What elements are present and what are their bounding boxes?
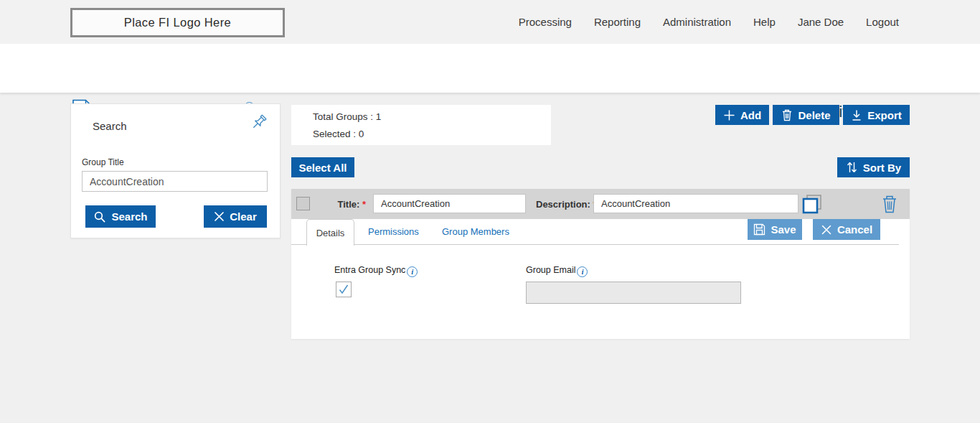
tab-permissions[interactable]: Permissions xyxy=(368,226,419,237)
tab-strip: Details Permissions Group Members Save C… xyxy=(291,219,899,245)
nav-logout[interactable]: Logout xyxy=(866,16,899,28)
select-all-label: Select All xyxy=(299,162,347,174)
pin-icon[interactable] xyxy=(249,113,268,135)
export-button-label: Export xyxy=(867,109,902,121)
select-all-button[interactable]: Select All xyxy=(291,157,354,177)
description-label: Description: * xyxy=(536,199,597,210)
tab-group-members[interactable]: Group Members xyxy=(442,226,509,237)
description-label-text: Description: xyxy=(536,199,590,210)
title-input[interactable] xyxy=(373,194,526,213)
add-button[interactable]: Add xyxy=(715,105,769,125)
export-button[interactable]: Export xyxy=(843,105,910,125)
tab-details[interactable]: Details xyxy=(306,219,354,246)
trash-icon xyxy=(781,108,793,121)
tab-details-label: Details xyxy=(316,228,345,238)
fi-logo-text: Place FI Logo Here xyxy=(124,16,231,29)
add-button-label: Add xyxy=(740,109,761,121)
top-navigation: Processing Reporting Administration Help… xyxy=(519,0,899,44)
fi-logo-placeholder: Place FI Logo Here xyxy=(70,8,285,37)
group-email-label: Group Emaili xyxy=(526,265,588,277)
entra-group-sync-label-text: Entra Group Sync xyxy=(334,265,405,275)
total-groups-text: Total Groups : 1 xyxy=(313,111,551,122)
copy-icon[interactable] xyxy=(801,192,824,218)
save-button[interactable]: Save xyxy=(748,219,802,240)
groups-summary: Total Groups : 1 Selected : 0 xyxy=(291,105,551,145)
clear-button-label: Clear xyxy=(230,210,257,223)
selected-count-text: Selected : 0 xyxy=(313,129,551,139)
group-editor-panel: Title: * Description: * Details Permissi… xyxy=(291,189,910,339)
download-icon xyxy=(851,109,862,121)
delete-button-label: Delete xyxy=(798,109,830,121)
sort-by-label: Sort By xyxy=(863,162,901,174)
entra-group-sync-checkbox[interactable] xyxy=(336,282,352,297)
group-row-checkbox[interactable] xyxy=(296,197,310,210)
search-panel-title: Search xyxy=(93,120,127,132)
page-header: Group Maintenance i Kinective Sign xyxy=(0,44,980,93)
sort-by-button[interactable]: Sort By xyxy=(837,157,910,177)
save-floppy-icon xyxy=(753,223,765,236)
checkmark-icon xyxy=(338,284,349,295)
group-title-input[interactable] xyxy=(82,171,268,192)
nav-reporting[interactable]: Reporting xyxy=(594,16,641,28)
title-label-text: Title: xyxy=(337,199,359,210)
row-trash-icon[interactable] xyxy=(881,194,898,217)
search-panel: Search Group Title Search Clear xyxy=(70,103,281,238)
plus-icon xyxy=(723,109,735,121)
entra-group-sync-label: Entra Group Synci xyxy=(334,265,418,277)
title-required-marker: * xyxy=(362,199,366,210)
top-bar: Place FI Logo Here Processing Reporting … xyxy=(0,0,980,44)
group-email-label-text: Group Email xyxy=(526,265,575,275)
entra-group-sync-info-icon[interactable]: i xyxy=(407,266,418,277)
save-button-label: Save xyxy=(771,223,796,236)
nav-administration[interactable]: Administration xyxy=(663,16,731,28)
search-button[interactable]: Search xyxy=(85,205,156,228)
nav-processing[interactable]: Processing xyxy=(519,16,572,28)
nav-user-jane-doe[interactable]: Jane Doe xyxy=(798,16,844,28)
group-title-label: Group Title xyxy=(82,157,124,167)
group-email-input xyxy=(526,282,741,304)
clear-button[interactable]: Clear xyxy=(204,205,267,228)
cancel-button[interactable]: Cancel xyxy=(813,219,880,240)
clear-x-icon xyxy=(214,211,225,222)
cancel-x-icon xyxy=(821,224,832,236)
description-input[interactable] xyxy=(593,194,798,213)
sort-arrows-icon xyxy=(846,161,858,174)
search-icon xyxy=(93,210,106,223)
group-row: Title: * Description: * xyxy=(291,189,910,219)
title-label: Title: * xyxy=(320,199,366,210)
delete-button[interactable]: Delete xyxy=(773,105,839,125)
cancel-button-label: Cancel xyxy=(837,223,872,236)
nav-help[interactable]: Help xyxy=(753,16,776,28)
group-email-info-icon[interactable]: i xyxy=(577,266,588,277)
search-button-label: Search xyxy=(111,210,147,223)
